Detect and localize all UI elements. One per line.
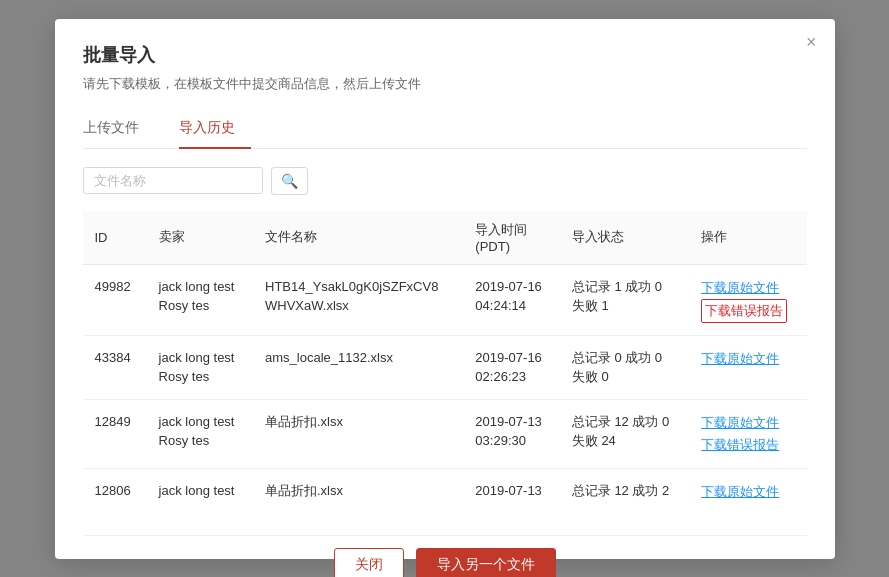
action-download-original[interactable]: 下载原始文件 <box>701 481 794 503</box>
col-header-id: ID <box>83 211 147 265</box>
cell-status: 总记录 1 成功 0 失败 1 <box>560 264 689 335</box>
modal-footer: 关闭 导入另一个文件 <box>83 535 807 577</box>
cell-action: 下载原始文件下载错误报告 <box>689 264 806 335</box>
cell-action: 下载原始文件 <box>689 335 806 399</box>
cell-time: 2019-07-16 02:26:23 <box>463 335 559 399</box>
cell-action: 下载原始文件 <box>689 468 806 515</box>
modal-container: × 批量导入 请先下载模板，在模板文件中提交商品信息，然后上传文件 上传文件 导… <box>55 19 835 559</box>
modal-subtitle: 请先下载模板，在模板文件中提交商品信息，然后上传文件 <box>83 75 807 93</box>
close-button-footer[interactable]: 关闭 <box>334 548 404 577</box>
cell-filename: 单品折扣.xlsx <box>253 468 463 515</box>
cell-status: 总记录 0 成功 0 失败 0 <box>560 335 689 399</box>
cell-id: 12849 <box>83 399 147 468</box>
table-row: 43384jack long test Rosy tesams_locale_1… <box>83 335 807 399</box>
col-header-filename: 文件名称 <box>253 211 463 265</box>
modal-overlay: × 批量导入 请先下载模板，在模板文件中提交商品信息，然后上传文件 上传文件 导… <box>0 0 889 577</box>
action-download-original[interactable]: 下载错误报告 <box>701 434 794 456</box>
action-download-original[interactable]: 下载原始文件 <box>701 348 794 370</box>
search-button[interactable]: 🔍 <box>271 167 308 195</box>
search-input[interactable] <box>83 167 263 194</box>
table-row: 12849jack long test Rosy tes单品折扣.xlsx201… <box>83 399 807 468</box>
table-row: 49982jack long test Rosy tesHTB14_YsakL0… <box>83 264 807 335</box>
modal-title: 批量导入 <box>83 43 807 67</box>
col-header-action: 操作 <box>689 211 806 265</box>
cell-id: 12806 <box>83 468 147 515</box>
cell-time: 2019-07-13 <box>463 468 559 515</box>
cell-id: 43384 <box>83 335 147 399</box>
cell-time: 2019-07-16 04:24:14 <box>463 264 559 335</box>
cell-id: 49982 <box>83 264 147 335</box>
search-icon: 🔍 <box>281 173 298 189</box>
cell-seller: jack long test <box>147 468 253 515</box>
tab-bar: 上传文件 导入历史 <box>83 111 807 149</box>
search-bar: 🔍 <box>83 167 807 195</box>
col-header-time: 导入时间 (PDT) <box>463 211 559 265</box>
cell-seller: jack long test Rosy tes <box>147 264 253 335</box>
cell-filename: 单品折扣.xlsx <box>253 399 463 468</box>
cell-seller: jack long test Rosy tes <box>147 335 253 399</box>
import-another-button[interactable]: 导入另一个文件 <box>416 548 556 577</box>
table-row: 12806jack long test单品折扣.xlsx2019-07-13总记… <box>83 468 807 515</box>
close-button[interactable]: × <box>806 33 817 51</box>
col-header-seller: 卖家 <box>147 211 253 265</box>
col-header-status: 导入状态 <box>560 211 689 265</box>
action-download-error[interactable]: 下载错误报告 <box>701 299 787 323</box>
cell-filename: ams_locale_1132.xlsx <box>253 335 463 399</box>
cell-action: 下载原始文件下载错误报告 <box>689 399 806 468</box>
table-container: ID 卖家 文件名称 导入时间 (PDT) 导入状态 操作 49982jack … <box>83 211 807 515</box>
cell-time: 2019-07-13 03:29:30 <box>463 399 559 468</box>
cell-seller: jack long test Rosy tes <box>147 399 253 468</box>
tab-history[interactable]: 导入历史 <box>179 111 251 149</box>
action-download-original[interactable]: 下载原始文件 <box>701 277 794 299</box>
cell-status: 总记录 12 成功 0 失败 24 <box>560 399 689 468</box>
tab-upload[interactable]: 上传文件 <box>83 111 155 149</box>
import-history-table: ID 卖家 文件名称 导入时间 (PDT) 导入状态 操作 49982jack … <box>83 211 807 515</box>
action-download-original[interactable]: 下载原始文件 <box>701 412 794 434</box>
cell-filename: HTB14_YsakL0gK0jSZFxCV8 WHVXaW.xlsx <box>253 264 463 335</box>
cell-status: 总记录 12 成功 2 <box>560 468 689 515</box>
